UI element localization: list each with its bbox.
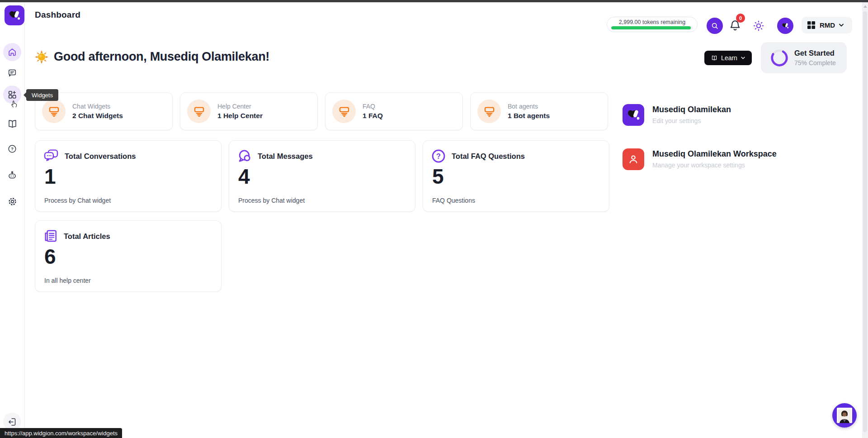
greeting: Good afternoon, Musediq Olamilekan! — [35, 50, 269, 64]
sidebar-item-knowledge-base[interactable] — [3, 114, 21, 133]
widgets-tooltip: Widgets — [26, 89, 58, 101]
sidebar-item-home[interactable] — [3, 43, 21, 61]
article-icon — [43, 229, 58, 243]
widget-lamp-icon — [187, 100, 211, 123]
top-border-strip — [0, 0, 868, 2]
get-started-progress-label: 75% Complete — [794, 59, 836, 67]
summary-card-label: Help Center — [217, 103, 263, 110]
workspace-subtitle: Manage your workspace settings — [652, 162, 777, 169]
stat-card-total-articles: Total Articles 6 In all help center — [35, 220, 222, 292]
hand-cursor-icon — [10, 99, 19, 110]
tokens-progress-fill — [611, 26, 691, 29]
person-icon — [627, 153, 639, 165]
learn-button-label: Learn — [721, 54, 737, 62]
workspace-switcher[interactable]: RMD — [802, 17, 852, 33]
sidebar-item-settings[interactable] — [3, 192, 21, 210]
progress-ring — [770, 48, 789, 67]
summary-card-label: Bot agents — [508, 103, 550, 110]
profile-settings-row[interactable]: Musediq Olamilekan Edit your settings — [623, 104, 849, 126]
svg-text:?: ? — [436, 152, 441, 160]
stat-card-title: Total Messages — [258, 152, 313, 161]
summary-card-help-center[interactable]: Help Center 1 Help Center — [180, 92, 318, 130]
page-title: Dashboard — [35, 10, 80, 20]
user-avatar-logo-icon — [779, 20, 791, 32]
sidebar-item-conversations[interactable] — [3, 64, 21, 82]
tokens-remaining-pill: 2,999.00 tokens remaining — [607, 17, 698, 32]
robot-icon — [7, 170, 18, 181]
profile-subtitle: Edit your settings — [652, 117, 731, 124]
summary-card-faq[interactable]: FAQ 1 FAQ — [325, 92, 463, 130]
widgets-tooltip-label: Widgets — [32, 92, 53, 99]
home-icon — [7, 47, 17, 57]
widget-lamp-icon — [332, 100, 356, 123]
logout-icon — [7, 417, 18, 427]
status-url: https://app.widgion.com/workspace/widget… — [5, 430, 118, 437]
stat-card-caption: In all help center — [44, 277, 91, 284]
notifications-button[interactable]: 0 — [728, 18, 745, 34]
user-avatar-button[interactable] — [777, 18, 793, 34]
stat-card-total-conversations: Total Conversations 1 Process by Chat wi… — [35, 140, 222, 212]
svg-text:?: ? — [11, 147, 14, 151]
scrollbar-up-arrow-icon[interactable] — [863, 5, 867, 8]
stat-card-title: Total Articles — [64, 232, 110, 241]
stat-card-caption: FAQ Questions — [432, 197, 475, 204]
grid-icon — [807, 21, 816, 29]
search-button[interactable] — [707, 18, 723, 34]
workspace-settings-row[interactable]: Musediq Olamilekan Workspace Manage your… — [623, 148, 849, 170]
tokens-progress-track — [611, 26, 693, 29]
profile-avatar — [623, 104, 644, 126]
stat-card-caption: Process by Chat widget — [238, 197, 305, 204]
greeting-text: Good afternoon, Musediq Olamilekan! — [54, 50, 269, 64]
stat-card-total-messages: Total Messages 4 Process by Chat widget — [229, 140, 415, 212]
notification-badge: 0 — [736, 14, 745, 23]
app-window: ? Widgets Dashboard 2,999.0 — [0, 0, 868, 438]
agent-photo — [837, 408, 852, 423]
chat-launcher-button[interactable] — [832, 403, 857, 428]
link-status-bar: https://app.widgion.com/workspace/widget… — [0, 428, 122, 438]
get-started-title: Get Started — [794, 49, 835, 57]
profile-name: Musediq Olamilekan — [652, 105, 731, 114]
stat-card-value: 5 — [432, 164, 443, 189]
brand-logo-icon — [623, 104, 644, 126]
sidebar-item-help[interactable]: ? — [3, 140, 21, 158]
chevron-down-icon — [839, 24, 844, 27]
workspace-name: Musediq Olamilekan Workspace — [652, 149, 777, 159]
widget-lamp-icon — [477, 100, 501, 123]
sun-icon — [752, 19, 765, 32]
learn-button[interactable]: Learn — [704, 51, 752, 65]
stat-card-value: 4 — [238, 164, 250, 189]
stat-card-title: Total FAQ Questions — [452, 152, 525, 161]
stats-grid: Total Conversations 1 Process by Chat wi… — [35, 140, 609, 292]
question-circle-icon: ? — [7, 144, 17, 154]
chat-bubble-icon — [7, 68, 17, 78]
app-logo[interactable] — [5, 5, 24, 25]
get-started-card[interactable]: Get Started 75% Complete — [761, 42, 847, 73]
message-bubble-icon — [237, 149, 252, 163]
vertical-scrollbar[interactable] — [862, 2, 868, 438]
stat-card-value: 6 — [44, 244, 56, 269]
summary-card-bot-agents[interactable]: Bot agents 1 Bot agents — [470, 92, 608, 130]
chat-bubbles-icon — [43, 149, 59, 163]
summary-card-label: FAQ — [363, 103, 383, 110]
gear-icon — [7, 196, 18, 207]
search-icon — [710, 21, 719, 30]
stat-card-total-faq-questions: ? Total FAQ Questions 5 FAQ Questions — [423, 140, 609, 212]
summary-card-value: 1 Bot agents — [508, 112, 550, 120]
workspace-avatar — [623, 148, 644, 170]
theme-toggle-button[interactable] — [752, 19, 765, 34]
summary-card-value: 1 Help Center — [217, 112, 263, 120]
summary-cards-row: Chat Widgets 2 Chat Widgets Help Center … — [35, 92, 608, 130]
stat-card-title: Total Conversations — [65, 152, 136, 161]
book-icon — [7, 119, 18, 129]
widget-lamp-icon — [42, 100, 66, 123]
stat-card-caption: Process by Chat widget — [44, 197, 111, 204]
summary-card-value: 2 Chat Widgets — [72, 112, 123, 120]
sun-emoji-icon — [35, 50, 48, 64]
chevron-down-icon — [741, 57, 745, 59]
summary-card-value: 1 FAQ — [363, 112, 383, 120]
learn-book-icon — [711, 55, 717, 61]
question-circle-icon: ? — [431, 149, 446, 163]
sidebar-item-bot-agents[interactable] — [3, 166, 21, 184]
brand-logo-icon — [5, 5, 24, 25]
scrollbar-thumb[interactable] — [863, 11, 867, 432]
